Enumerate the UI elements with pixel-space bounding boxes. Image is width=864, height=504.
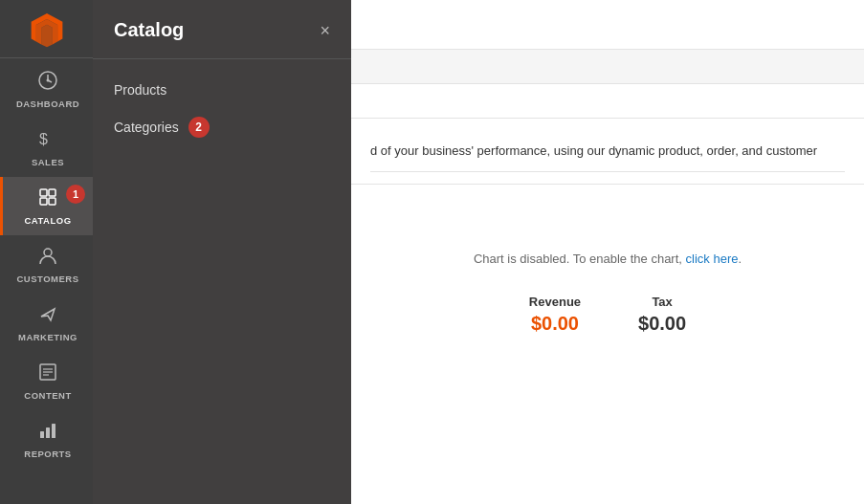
- svg-rect-5: [40, 198, 47, 205]
- catalog-icon: [37, 186, 58, 212]
- customers-icon: [37, 245, 58, 271]
- tax-label: Tax: [638, 295, 686, 309]
- magento-logo-icon: [30, 13, 64, 48]
- svg-point-7: [44, 249, 52, 256]
- content-icon: [37, 362, 58, 387]
- svg-rect-13: [46, 427, 50, 438]
- revenue-value: $0.00: [529, 313, 581, 335]
- chart-period-text: .: [738, 252, 742, 266]
- tabs-section: [351, 84, 864, 119]
- tax-value: $0.00: [638, 313, 686, 335]
- dashboard-icon: [37, 70, 58, 96]
- sidebar-item-marketing[interactable]: MARKETING: [0, 294, 93, 352]
- sidebar-marketing-label: MARKETING: [18, 332, 78, 342]
- svg-text:$: $: [39, 131, 48, 147]
- catalog-badge: 1: [66, 185, 85, 204]
- chart-disabled-message: Chart is disabled. To enable the chart, …: [474, 252, 742, 266]
- marketing-icon: [37, 303, 58, 329]
- chart-section: Chart is disabled. To enable the chart, …: [351, 185, 864, 504]
- categories-label: Categories: [114, 120, 179, 135]
- chart-disabled-text: Chart is disabled. To enable the chart,: [474, 252, 686, 266]
- sidebar-content-label: CONTENT: [24, 390, 71, 401]
- catalog-flyout-panel: Catalog × Products Categories 2: [93, 0, 351, 504]
- svg-rect-12: [40, 431, 44, 438]
- sidebar-reports-label: REPORTS: [24, 449, 71, 459]
- svg-rect-6: [49, 198, 55, 205]
- tax-metric: Tax $0.00: [638, 295, 686, 335]
- sidebar: DASHBOARD $ SALES 1 CATALOG: [0, 0, 93, 504]
- sidebar-item-sales[interactable]: $ SALES: [0, 119, 93, 177]
- sidebar-catalog-label: CATALOG: [24, 215, 71, 226]
- products-label: Products: [114, 82, 166, 98]
- sidebar-sales-label: SALES: [32, 157, 64, 167]
- svg-rect-14: [52, 424, 55, 438]
- flyout-menu-item-categories[interactable]: Categories 2: [93, 107, 351, 147]
- main-content: d of your business' performance, using o…: [351, 0, 864, 504]
- logo-area: [0, 0, 93, 58]
- categories-badge: 2: [188, 117, 210, 138]
- revenue-label: Revenue: [529, 295, 581, 309]
- sidebar-item-customers[interactable]: CUSTOMERS: [0, 235, 93, 294]
- sidebar-dashboard-label: DASHBOARD: [16, 99, 79, 109]
- sales-icon: $: [37, 128, 58, 154]
- sidebar-item-dashboard[interactable]: DASHBOARD: [0, 60, 93, 119]
- revenue-metric: Revenue $0.00: [529, 295, 581, 335]
- svg-point-1: [47, 79, 50, 82]
- performance-text: d of your business' performance, using o…: [370, 130, 845, 172]
- reports-icon: [37, 420, 58, 446]
- flyout-close-button[interactable]: ×: [320, 22, 330, 39]
- sidebar-item-reports[interactable]: REPORTS: [0, 410, 93, 469]
- flyout-header: Catalog ×: [93, 0, 351, 59]
- sidebar-customers-label: CUSTOMERS: [16, 274, 78, 284]
- svg-rect-3: [40, 189, 47, 196]
- filter-section: [351, 50, 864, 84]
- sidebar-item-catalog[interactable]: 1 CATALOG: [0, 177, 93, 235]
- flyout-menu: Products Categories 2: [93, 59, 351, 161]
- top-white-bar: [351, 0, 864, 50]
- chart-enable-link[interactable]: click here: [686, 252, 739, 266]
- svg-rect-4: [49, 189, 55, 196]
- flyout-title: Catalog: [114, 19, 184, 41]
- performance-section: d of your business' performance, using o…: [351, 119, 864, 185]
- metrics-row: Revenue $0.00 Tax $0.00: [529, 295, 686, 335]
- sidebar-item-content[interactable]: CONTENT: [0, 352, 93, 410]
- flyout-menu-item-products[interactable]: Products: [93, 73, 351, 107]
